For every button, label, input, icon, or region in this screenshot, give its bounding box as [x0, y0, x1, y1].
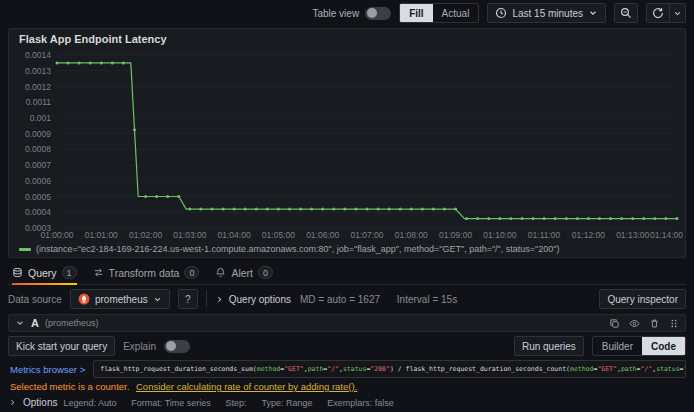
option-exemplars: Exemplars: false	[327, 398, 394, 408]
max-data-points-summary: MD = auto = 1627	[300, 294, 380, 305]
clock-icon	[495, 7, 507, 19]
fill-option[interactable]: Fill	[400, 4, 432, 22]
zoom-out-button[interactable]	[614, 3, 638, 23]
promql-input[interactable]: flask_http_request_duration_seconds_sum(…	[93, 360, 686, 378]
chevron-right-icon	[8, 398, 17, 407]
svg-text:01:11:00: 01:11:00	[528, 230, 561, 240]
hide-query-button[interactable]	[629, 318, 640, 329]
svg-text:01:09:00: 01:09:00	[439, 230, 472, 240]
interval-summary: Interval = 15s	[397, 294, 457, 305]
kick-start-button[interactable]: Kick start your query	[8, 336, 115, 356]
legend-series-label[interactable]: (instance="ec2-184-169-216-224.us-west-1…	[36, 244, 559, 254]
time-range-label: Last 15 minutes	[512, 8, 583, 19]
query-row-header[interactable]: A (prometheus)	[8, 314, 686, 332]
fill-actual-group: Fill Actual	[399, 3, 479, 23]
transform-icon	[93, 267, 104, 278]
tab-alert[interactable]: Alert 0	[215, 261, 273, 284]
trash-icon	[649, 318, 660, 329]
svg-text:01:02:00: 01:02:00	[129, 230, 162, 240]
run-queries-button[interactable]: Run queries	[514, 336, 584, 356]
datasource-label: Data source	[8, 294, 62, 305]
query-ref-id: A	[31, 317, 39, 329]
eye-icon	[629, 318, 640, 329]
bell-icon	[215, 267, 226, 278]
datasource-picker[interactable]: prometheus	[70, 289, 170, 309]
help-icon: ?	[185, 294, 191, 305]
remove-query-button[interactable]	[649, 318, 660, 329]
refresh-group	[646, 3, 686, 23]
svg-text:0.0008: 0.0008	[25, 144, 51, 154]
svg-text:01:12:00: 01:12:00	[572, 230, 605, 240]
builder-option[interactable]: Builder	[593, 337, 642, 355]
chevron-down-icon[interactable]	[15, 318, 25, 328]
chevron-down-icon	[588, 8, 598, 18]
tab-transform[interactable]: Transform data 0	[93, 261, 200, 284]
query-inspector-button[interactable]: Query inspector	[599, 289, 686, 309]
drag-handle[interactable]	[669, 318, 679, 329]
svg-text:01:10:00: 01:10:00	[483, 230, 516, 240]
query-options-toggle[interactable]: Query options MD = auto = 1627 Interval …	[215, 294, 471, 305]
svg-text:01:06:00: 01:06:00	[306, 230, 339, 240]
query-options-label: Query options	[229, 294, 291, 305]
query-datasource-hint: (prometheus)	[45, 318, 99, 328]
refresh-interval-dropdown[interactable]	[670, 3, 686, 23]
latency-chart[interactable]: 0.00030.00040.00050.00060.00070.00080.00…	[9, 49, 685, 241]
svg-text:01:08:00: 01:08:00	[395, 230, 428, 240]
svg-text:0.0013: 0.0013	[25, 66, 51, 76]
svg-text:0.0011: 0.0011	[26, 97, 52, 107]
chevron-right-icon	[215, 295, 224, 304]
svg-text:0.0007: 0.0007	[25, 160, 51, 170]
table-view-label: Table view	[312, 8, 359, 19]
svg-text:01:04:00: 01:04:00	[218, 230, 251, 240]
duplicate-query-button[interactable]	[609, 318, 620, 329]
prometheus-icon	[78, 293, 90, 305]
panel-title[interactable]: Flask App Endpoint Latency	[9, 29, 685, 49]
option-legend: Legend: Auto	[63, 398, 116, 408]
svg-text:0.0009: 0.0009	[25, 129, 51, 139]
table-view-toggle[interactable]	[365, 7, 391, 20]
tab-transform-count: 0	[184, 266, 199, 279]
rate-hint-link[interactable]: Consider calculating rate of counter by …	[136, 381, 357, 392]
svg-text:01:01:00: 01:01:00	[85, 230, 118, 240]
query-options-summary: MD = auto = 1627 Interval = 15s	[300, 294, 471, 305]
metrics-browser-toggle[interactable]: Metrics browser >	[8, 364, 87, 375]
svg-text:01:14:00: 01:14:00	[650, 230, 683, 240]
tab-label: Transform data	[109, 267, 180, 279]
toggle-knob	[367, 8, 377, 18]
explain-toggle[interactable]	[164, 340, 190, 353]
svg-text:0.0005: 0.0005	[25, 192, 51, 202]
query-row-actions	[609, 318, 679, 329]
refresh-button[interactable]	[646, 3, 670, 23]
svg-text:0.0006: 0.0006	[25, 176, 51, 186]
option-type: Type: Range	[261, 398, 312, 408]
chart-legend[interactable]: (instance="ec2-184-169-216-224.us-west-1…	[9, 241, 685, 257]
svg-text:0.0012: 0.0012	[25, 82, 51, 92]
grip-icon	[669, 318, 679, 329]
query-toolbar: Kick start your query Explain Run querie…	[8, 336, 686, 356]
toggle-knob	[166, 341, 176, 351]
tab-label: Query	[28, 267, 57, 279]
code-option[interactable]: Code	[642, 337, 685, 355]
datasource-help-button[interactable]: ?	[178, 289, 198, 309]
option-step: Step:	[226, 398, 247, 408]
options-summary: Legend: Auto Format: Time series Step: T…	[63, 397, 405, 408]
chevron-down-icon	[673, 9, 682, 18]
refresh-icon	[652, 7, 664, 19]
svg-text:01:00:00: 01:00:00	[40, 230, 73, 240]
datasource-name: prometheus	[95, 294, 148, 305]
editor-tabs: Query 1 Transform data 0 Alert 0	[8, 261, 686, 285]
option-format: Format: Time series	[131, 398, 211, 408]
query-options-collapsed[interactable]: Options Legend: Auto Format: Time series…	[8, 395, 686, 409]
time-range-picker[interactable]: Last 15 minutes	[487, 3, 606, 23]
copy-icon	[609, 318, 620, 329]
tab-query[interactable]: Query 1	[12, 261, 77, 284]
actual-option[interactable]: Actual	[433, 4, 479, 22]
datasource-row: Data source prometheus ? Query options M…	[8, 288, 686, 310]
table-view-group: Table view	[312, 7, 391, 20]
chevron-down-icon	[153, 295, 162, 304]
svg-text:01:03:00: 01:03:00	[173, 230, 206, 240]
svg-text:0.0004: 0.0004	[25, 207, 51, 217]
legend-series-marker	[19, 248, 31, 251]
promql-editor-row: Metrics browser > flask_http_request_dur…	[8, 360, 686, 378]
tab-label: Alert	[231, 267, 253, 279]
